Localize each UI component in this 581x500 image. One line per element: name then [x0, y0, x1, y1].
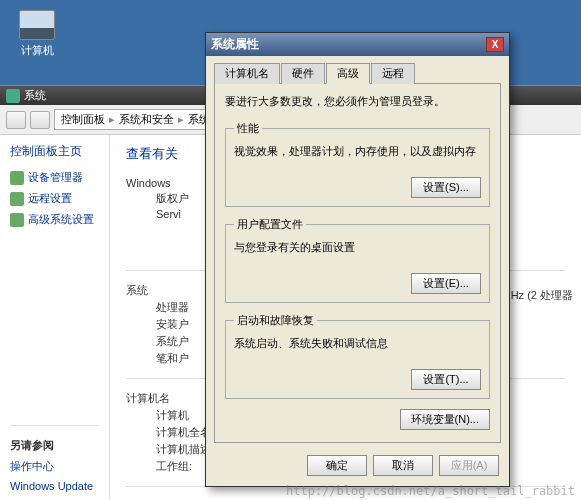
- seealso-action-center[interactable]: 操作中心: [10, 459, 99, 474]
- system-icon: [6, 89, 20, 103]
- sidebar-heading: 控制面板主页: [10, 143, 99, 160]
- close-button[interactable]: X: [486, 37, 504, 52]
- watermark: http://blog.csdn.net/a_short_tail_rabbit: [286, 484, 575, 498]
- shield-icon: [10, 171, 24, 185]
- tab-computer-name[interactable]: 计算机名: [214, 63, 280, 84]
- tab-advanced[interactable]: 高级: [326, 63, 370, 84]
- breadcrumb-item[interactable]: 控制面板: [61, 112, 105, 127]
- breadcrumb-item[interactable]: 系统和安全: [119, 112, 174, 127]
- shield-icon: [10, 192, 24, 206]
- chevron-right-icon: ▸: [178, 113, 184, 126]
- profile-legend: 用户配置文件: [234, 217, 306, 232]
- dialog-title: 系统属性: [211, 36, 259, 53]
- performance-settings-button[interactable]: 设置(S)...: [411, 177, 481, 198]
- startup-settings-button[interactable]: 设置(T)...: [411, 369, 481, 390]
- desktop-computer-icon[interactable]: 计算机: [12, 10, 62, 58]
- nav-forward-button[interactable]: [30, 111, 50, 129]
- performance-legend: 性能: [234, 121, 262, 136]
- shield-icon: [10, 213, 24, 227]
- profile-group: 用户配置文件 与您登录有关的桌面设置 设置(E)...: [225, 217, 490, 303]
- explorer-title-text: 系统: [24, 88, 46, 103]
- dialog-buttons: 确定 取消 应用(A): [206, 451, 509, 486]
- tab-row: 计算机名 硬件 高级 远程: [206, 56, 509, 83]
- cancel-button[interactable]: 取消: [373, 455, 433, 476]
- tab-remote[interactable]: 远程: [371, 63, 415, 84]
- performance-group: 性能 视觉效果，处理器计划，内存使用，以及虚拟内存 设置(S)...: [225, 121, 490, 207]
- env-variables-button[interactable]: 环境变量(N)...: [400, 409, 490, 430]
- computer-icon: [19, 10, 55, 40]
- sidebar-link-remote-settings[interactable]: 远程设置: [10, 191, 99, 206]
- nav-back-button[interactable]: [6, 111, 26, 129]
- startup-legend: 启动和故障恢复: [234, 313, 317, 328]
- seealso-windows-update[interactable]: Windows Update: [10, 480, 99, 492]
- seealso-heading: 另请参阅: [10, 438, 99, 453]
- ok-button[interactable]: 确定: [307, 455, 367, 476]
- chevron-right-icon: ▸: [109, 113, 115, 126]
- tab-hardware[interactable]: 硬件: [281, 63, 325, 84]
- profile-desc: 与您登录有关的桌面设置: [234, 240, 481, 255]
- sidebar-link-advanced-settings[interactable]: 高级系统设置: [10, 212, 99, 227]
- startup-desc: 系统启动、系统失败和调试信息: [234, 336, 481, 351]
- performance-desc: 视觉效果，处理器计划，内存使用，以及虚拟内存: [234, 144, 481, 159]
- breadcrumb[interactable]: 控制面板▸ 系统和安全▸ 系统: [54, 109, 217, 130]
- ghz-text: GHz (2 处理器: [502, 288, 573, 303]
- apply-button[interactable]: 应用(A): [439, 455, 499, 476]
- dialog-titlebar[interactable]: 系统属性 X: [206, 33, 509, 56]
- sidebar-link-device-manager[interactable]: 设备管理器: [10, 170, 99, 185]
- sidebar: 控制面板主页 设备管理器 远程设置 高级系统设置 另请参阅 操作中心 Windo…: [0, 135, 110, 500]
- admin-note: 要进行大多数更改，您必须作为管理员登录。: [225, 94, 490, 109]
- profile-settings-button[interactable]: 设置(E)...: [411, 273, 481, 294]
- system-properties-dialog: 系统属性 X 计算机名 硬件 高级 远程 要进行大多数更改，您必须作为管理员登录…: [205, 32, 510, 487]
- tab-content: 要进行大多数更改，您必须作为管理员登录。 性能 视觉效果，处理器计划，内存使用，…: [214, 83, 501, 443]
- startup-group: 启动和故障恢复 系统启动、系统失败和调试信息 设置(T)...: [225, 313, 490, 399]
- computer-label: 计算机: [12, 43, 62, 58]
